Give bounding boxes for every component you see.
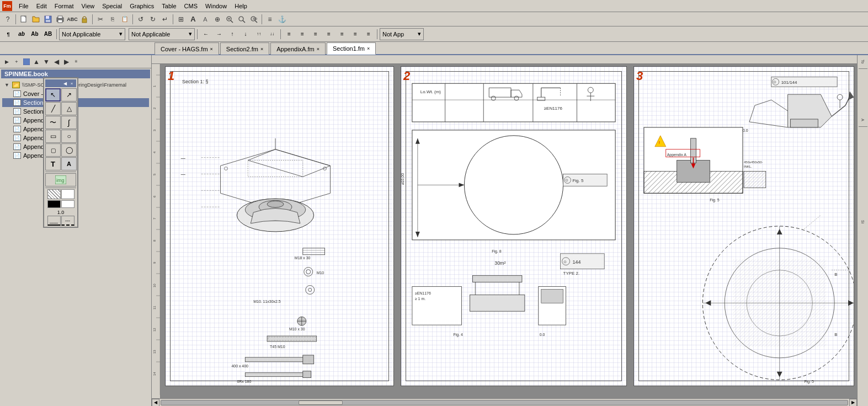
char-upper-btn[interactable]: AB: [42, 29, 54, 40]
menu-edit[interactable]: Edit: [33, 2, 50, 10]
tab-close-cover[interactable]: ×: [210, 46, 213, 52]
replace-button[interactable]: ab: [248, 14, 259, 25]
tab-close-section2[interactable]: ×: [260, 46, 263, 52]
text-tool-btn[interactable]: T: [45, 157, 61, 170]
para-style-btn[interactable]: ¶: [2, 29, 14, 40]
anchor-button[interactable]: ⚓: [276, 14, 287, 25]
book-nav-next-btn[interactable]: ▶: [62, 57, 71, 66]
font-b-button[interactable]: A: [200, 14, 211, 25]
help-button[interactable]: ?: [2, 14, 13, 25]
menu-special[interactable]: Special: [99, 2, 125, 10]
scroll-left-btn[interactable]: ◀: [152, 399, 159, 407]
rstrip-btn-a[interactable]: A: [859, 115, 867, 124]
copy-button[interactable]: ⎘: [107, 14, 118, 25]
polygon-tool-btn[interactable]: △: [61, 102, 77, 115]
add-ref-button[interactable]: ⊕: [212, 14, 223, 25]
tab-close-section1[interactable]: ×: [367, 46, 370, 51]
arrow-tool-btn[interactable]: ↗: [61, 88, 77, 101]
save-button[interactable]: [42, 14, 54, 25]
align-bottom-btn[interactable]: ≡: [363, 29, 375, 40]
menu-file[interactable]: File: [15, 2, 32, 10]
tab-appendixa[interactable]: AppendixA.fm ×: [270, 42, 326, 55]
line-tool-btn[interactable]: ╱: [45, 102, 61, 115]
tab-section2[interactable]: Section2.fm ×: [220, 42, 269, 55]
new-button[interactable]: [18, 14, 29, 25]
para-space-down-btn[interactable]: ↓: [239, 29, 252, 40]
print-button[interactable]: [55, 14, 66, 25]
insert-page-button[interactable]: ⊞: [175, 14, 187, 25]
align-top-btn[interactable]: ≡: [336, 29, 348, 40]
redo-button[interactable]: ↻: [147, 14, 158, 25]
menu-format[interactable]: Format: [51, 2, 77, 10]
more-button[interactable]: ≡: [264, 14, 275, 25]
book-nav-up-btn[interactable]: ▲: [32, 57, 41, 66]
menu-table[interactable]: Table: [158, 2, 179, 10]
scroll-thumb-h[interactable]: [299, 400, 343, 405]
align-center-btn[interactable]: ≡: [296, 29, 308, 40]
book-save-btn[interactable]: [22, 57, 31, 66]
indent-right-btn[interactable]: →: [213, 29, 225, 40]
char-lower-btn[interactable]: ab: [15, 29, 28, 40]
tab-section1[interactable]: Section1.fm ×: [327, 42, 376, 55]
hatch-pattern-btn[interactable]: [47, 189, 61, 199]
pages-area[interactable]: 1 Section 1: §: [161, 64, 857, 398]
line-space-down-btn[interactable]: ↓↓: [266, 29, 278, 40]
book-expand-btn[interactable]: ▶: [2, 57, 11, 66]
spell-button[interactable]: ABC: [67, 14, 78, 25]
text-flow-tool-btn[interactable]: A: [61, 157, 77, 170]
lock-button[interactable]: [79, 14, 90, 25]
return-button[interactable]: ↵: [159, 14, 171, 25]
align-justify-btn[interactable]: ≡: [323, 29, 335, 40]
tab-cover[interactable]: Cover - HAGS.fm ×: [155, 42, 219, 55]
svg-rect-133: [541, 289, 563, 303]
line-space-up-btn[interactable]: ↑↑: [253, 29, 265, 40]
menu-window[interactable]: Window: [202, 2, 230, 10]
tree-expand-icon[interactable]: ▼: [4, 82, 11, 88]
undo-button[interactable]: ↺: [135, 14, 146, 25]
horizontal-scrollbar[interactable]: ◀ ▶: [152, 398, 857, 406]
indent-left-btn[interactable]: ←: [200, 29, 212, 40]
align-right-btn[interactable]: ≡: [310, 29, 322, 40]
book-add-btn[interactable]: +: [12, 57, 21, 66]
menu-help[interactable]: Help: [231, 2, 251, 10]
zoom-in-button[interactable]: [224, 14, 235, 25]
tool-panel-close-btn[interactable]: ×: [68, 80, 75, 87]
para-space-up-btn[interactable]: ↑: [226, 29, 238, 40]
rstrip-btn-1[interactable]: To: [859, 57, 867, 66]
font-a-button[interactable]: A: [188, 14, 199, 25]
rect-tool-btn[interactable]: ▭: [45, 130, 61, 143]
book-nav-prev-btn[interactable]: ◀: [52, 57, 61, 66]
not-applicable-dropdown-3[interactable]: Not App ▾: [380, 28, 424, 40]
fill-color-btn[interactable]: [61, 200, 74, 208]
paste-button[interactable]: 📋: [119, 14, 130, 25]
book-pages-btn[interactable]: ≡: [72, 57, 81, 66]
find-button[interactable]: [236, 14, 247, 25]
select-tool-btn[interactable]: ↖: [45, 88, 61, 101]
rounded-rect-tool-btn[interactable]: ▢: [45, 143, 61, 157]
menu-graphics[interactable]: Graphics: [126, 2, 157, 10]
small-ellipse-tool-btn[interactable]: ◯: [61, 143, 77, 157]
align-left-btn[interactable]: ≡: [283, 29, 295, 40]
image-tool-btn[interactable]: img: [45, 173, 76, 186]
align-middle-btn[interactable]: ≡: [349, 29, 361, 40]
solid-line-btn[interactable]: ___: [47, 216, 61, 226]
not-applicable-dropdown-2[interactable]: Not Applicable ▾: [129, 28, 195, 40]
book-nav-down-btn[interactable]: ▼: [42, 57, 51, 66]
smooth-tool-btn[interactable]: ∫: [61, 116, 77, 129]
cut-button[interactable]: ✂: [95, 14, 106, 25]
dashed-line-btn[interactable]: ---: [61, 216, 74, 226]
stroke-color-btn[interactable]: [47, 200, 61, 208]
menu-view[interactable]: View: [78, 2, 98, 10]
not-applicable-dropdown-1[interactable]: Not Applicable ▾: [59, 28, 125, 40]
solid-fill-btn[interactable]: [61, 189, 74, 199]
rstrip-btn-si[interactable]: Si: [859, 217, 867, 226]
tab-close-appendixa[interactable]: ×: [317, 46, 319, 52]
char-cap-btn[interactable]: Ab: [29, 29, 41, 40]
open-button[interactable]: [30, 14, 41, 25]
scroll-right-btn[interactable]: ▶: [849, 399, 857, 407]
menu-cms[interactable]: CMS: [181, 2, 201, 10]
tool-panel-collapse-btn[interactable]: ◀: [62, 80, 68, 87]
ellipse-tool-btn[interactable]: ○: [61, 130, 77, 143]
freehand-tool-btn[interactable]: 〜: [45, 116, 61, 129]
scroll-track-h[interactable]: [161, 400, 848, 405]
